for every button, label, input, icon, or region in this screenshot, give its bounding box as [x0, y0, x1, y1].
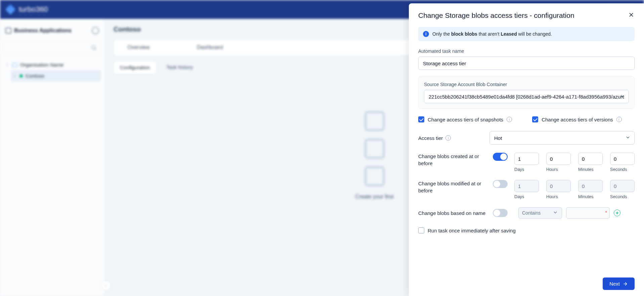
checkbox-versions[interactable] [532, 116, 538, 122]
created-hours-input[interactable] [546, 153, 571, 165]
seconds-label: Seconds [610, 167, 635, 172]
created-before-label: Change blobs created at or before [418, 153, 489, 167]
days-label: Days [514, 167, 539, 172]
hours-label: Hours [546, 167, 571, 172]
created-days-input[interactable] [514, 153, 539, 165]
modified-before-label: Change blobs modified at or before [418, 180, 489, 194]
drawer-title: Change Storage blobs access tiers - conf… [418, 11, 574, 20]
configuration-drawer: Change Storage blobs access tiers - conf… [409, 3, 644, 296]
toggle-created-before[interactable] [493, 153, 508, 161]
minutes-label: Minutes [578, 167, 603, 172]
next-button[interactable]: Next [603, 278, 635, 290]
access-tier-label: Access tier [418, 135, 443, 141]
modified-minutes-input [578, 180, 603, 192]
name-value-input [566, 207, 610, 219]
run-once-label: Run task once immediately after saving [428, 228, 516, 233]
info-icon: i [423, 31, 429, 37]
checkbox-run-once[interactable] [418, 227, 424, 233]
add-rule-button[interactable]: + [614, 210, 620, 216]
info-banner: i Only the block blobs that aren't Lease… [418, 27, 635, 41]
checkbox-snapshots-label: Change access tiers of snapshots [428, 117, 503, 122]
task-name-label: Automated task name [418, 48, 635, 54]
checkbox-versions-label: Change access tiers of versions [542, 117, 613, 122]
svg-point-2 [92, 46, 95, 49]
access-tier-select[interactable] [489, 131, 635, 145]
brand-name: turbo360 [19, 5, 48, 14]
arrow-right-icon [622, 281, 628, 287]
created-minutes-input[interactable] [578, 153, 603, 165]
name-filter-label: Change blobs based on name [418, 210, 489, 217]
source-container-select[interactable] [424, 90, 629, 103]
checkbox-snapshots[interactable] [418, 116, 424, 122]
task-name-input[interactable] [418, 57, 635, 70]
info-icon[interactable]: i [616, 117, 622, 122]
modified-hours-input [546, 180, 571, 192]
toggle-modified-before[interactable] [493, 180, 508, 188]
toggle-name-filter[interactable] [493, 209, 508, 217]
created-seconds-input[interactable] [610, 153, 635, 165]
modified-seconds-input [610, 180, 635, 192]
modified-days-input [514, 180, 539, 192]
close-icon[interactable] [628, 11, 635, 20]
info-icon[interactable]: i [445, 135, 451, 141]
svg-line-3 [95, 49, 96, 50]
info-icon[interactable]: i [507, 117, 512, 122]
source-container-label: Source Storage Account Blob Container [424, 82, 629, 87]
required-icon: * [605, 210, 607, 215]
name-operator-select [518, 207, 562, 219]
